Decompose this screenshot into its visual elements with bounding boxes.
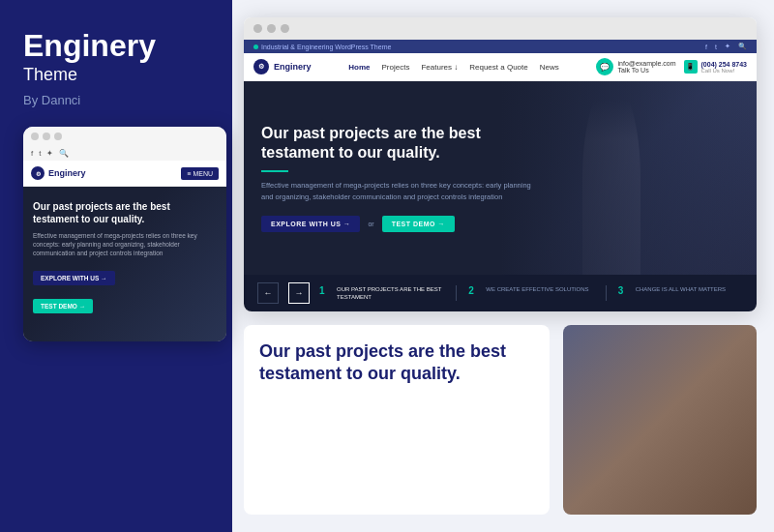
right-panel: Industrial & Engineering WordPress Theme…: [232, 0, 774, 532]
mobile-search-icon: 🔍: [59, 149, 69, 158]
slider-divider-2: [606, 285, 607, 302]
slider-item-1: 1 OUR PAST PROJECTS ARE THE BEST TESTAME…: [319, 285, 444, 302]
phone-icon: 📱: [684, 60, 698, 74]
mobile-ig-icon: ✦: [46, 149, 53, 158]
slider-items: 1 OUR PAST PROJECTS ARE THE BEST TESTAME…: [319, 285, 743, 302]
window-banner-left: Industrial & Engineering WordPress Theme: [253, 44, 391, 50]
desktop-ig-icon: ✦: [725, 43, 730, 50]
window-nav-right: 💬 info@example.com Talk To Us 📱 (004) 25…: [596, 58, 747, 75]
slider-item-2: 2 WE CREATE EFFECTIVE SOLUTIONS: [468, 285, 593, 302]
mobile-hero-title: Our past projects are the best testament…: [33, 200, 217, 225]
mobile-titlebar: [23, 127, 226, 146]
window-hero: Our past projects are the best testament…: [244, 81, 757, 275]
mobile-menu-button[interactable]: ≡ MENU: [181, 167, 219, 180]
mobile-logo: ⚙ Enginery: [31, 166, 86, 180]
bottom-section: Our past projects are the best testament…: [244, 325, 757, 515]
mobile-logo-icon: ⚙: [31, 166, 45, 180]
slider-item-3: 3 CHANGE IS ALL WHAT MATTERS: [618, 285, 743, 302]
mobile-hero: Our past projects are the best testament…: [23, 187, 226, 341]
desktop-fb-icon: f: [705, 44, 707, 50]
window-nav-phone: 📱 (004) 254 8743 Call Us Now!: [684, 60, 747, 74]
window-nav-links: Home Projects Features ↓ Request a Quote…: [348, 63, 558, 72]
nav-link-projects[interactable]: Projects: [382, 63, 410, 72]
window-hero-accent: [261, 170, 288, 172]
desktop-tw-icon: t: [715, 44, 717, 50]
desktop-explore-button[interactable]: EXPLORE WITH US →: [261, 216, 360, 232]
left-panel: Enginery Theme By Dannci f t ✦ 🔍 ⚙ Engin…: [0, 0, 232, 532]
slider-next-button[interactable]: →: [288, 282, 310, 304]
nav-link-home[interactable]: Home: [348, 63, 370, 72]
window-nav-phone-text: (004) 254 8743 Call Us Now!: [701, 61, 747, 74]
or-text: or: [368, 221, 373, 227]
nav-link-quote[interactable]: Request a Quote: [469, 63, 527, 72]
window-banner-social: f t ✦ 🔍: [705, 43, 747, 50]
brand-name: Enginery Theme By Dannci: [23, 29, 209, 107]
mobile-explore-button[interactable]: EXPLORE WITH US →: [33, 271, 115, 285]
slider-prev-button[interactable]: ←: [257, 282, 279, 304]
mobile-mockup: f t ✦ 🔍 ⚙ Enginery ≡ MENU Our past proje…: [23, 127, 226, 341]
window-nav-contact-text: info@example.com Talk To Us: [617, 60, 675, 74]
mobile-dot-2: [43, 133, 50, 140]
desktop-window: Industrial & Engineering WordPress Theme…: [244, 17, 757, 311]
window-dot-3: [281, 24, 289, 33]
window-banner: Industrial & Engineering WordPress Theme…: [244, 40, 757, 53]
window-nav-contact: 💬 info@example.com Talk To Us: [596, 58, 675, 75]
window-nav-logo: ⚙ Enginery: [253, 59, 312, 74]
bottom-text-card: Our past projects are the best testament…: [244, 325, 550, 515]
window-hero-title: Our past projects are the best testament…: [261, 124, 536, 163]
window-slider-nav: ← → 1 OUR PAST PROJECTS ARE THE BEST TES…: [244, 275, 757, 311]
mobile-tw-icon: t: [39, 149, 41, 158]
window-hero-text: Effective management of mega-projects re…: [261, 180, 536, 202]
bottom-title: Our past projects are the best testament…: [259, 340, 534, 386]
window-nav: ⚙ Enginery Home Projects Features ↓ Requ…: [244, 53, 757, 81]
mobile-hero-text: Effective management of mega-projects re…: [33, 231, 217, 257]
mobile-dot-1: [31, 133, 39, 140]
desktop-search-icon[interactable]: 🔍: [738, 43, 747, 50]
mobile-dot-3: [54, 133, 62, 140]
window-titlebar: [244, 17, 757, 40]
window-dot-1: [253, 24, 262, 33]
desktop-test-demo-button[interactable]: TEST DEMO →: [382, 216, 455, 232]
window-hero-content: Our past projects are the best testament…: [244, 104, 553, 251]
mobile-nav: ⚙ Enginery ≡ MENU: [23, 161, 226, 187]
mobile-hero-content: Our past projects are the best testament…: [33, 200, 217, 313]
nav-link-features[interactable]: Features ↓: [421, 63, 458, 72]
bottom-image: [563, 325, 757, 515]
window-banner-dot: [253, 44, 258, 49]
mobile-social-bar: f t ✦ 🔍: [23, 146, 226, 161]
window-hero-buttons: EXPLORE WITH US → or TEST DEMO →: [261, 216, 536, 232]
mobile-fb-icon: f: [31, 149, 33, 158]
slider-divider-1: [456, 285, 457, 302]
mobile-test-demo-button[interactable]: TEST DEMO →: [33, 299, 93, 313]
nav-link-news[interactable]: News: [540, 63, 559, 72]
window-nav-logo-icon: ⚙: [253, 59, 269, 74]
window-dot-2: [267, 24, 276, 33]
chat-icon: 💬: [596, 58, 613, 75]
